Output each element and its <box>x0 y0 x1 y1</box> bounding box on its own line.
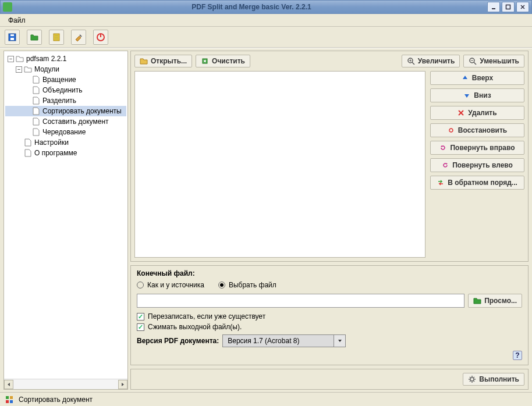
select-value: Версия 1.7 (Acrobat 8) <box>223 337 334 345</box>
button-label: В обратном поряд... <box>448 179 517 187</box>
chevron-down-icon[interactable] <box>334 335 345 347</box>
tree-item-merge[interactable]: Объединить <box>5 85 126 95</box>
status-bar: Сортировать документ <box>0 392 532 406</box>
rotate-left-icon <box>442 162 449 169</box>
menu-file[interactable]: Файл <box>3 15 30 26</box>
top-actions: Открыть... Очистить Увеличить Уменьшить <box>134 55 524 67</box>
tree: − pdfsam 2.2.1 − Модули Вращение Объедин… <box>4 51 127 379</box>
radio-choose-file[interactable]: Выбрать файл <box>218 281 276 289</box>
main-area: − pdfsam 2.2.1 − Модули Вращение Объедин… <box>0 48 532 392</box>
tree-label: Сортировать документы <box>42 107 122 115</box>
maximize-button[interactable] <box>502 2 515 12</box>
destination-panel: Конечный файл: Как и у источника Выбрать… <box>130 265 529 365</box>
collapse-icon[interactable]: − <box>16 66 22 73</box>
help-button[interactable]: ? <box>513 351 522 360</box>
checkbox-label: Перезаписать, если уже существует <box>148 312 265 320</box>
rotate-right-button[interactable]: Повернуть вправо <box>430 141 524 155</box>
run-panel: Выполнить <box>130 369 529 390</box>
page-icon <box>32 76 40 84</box>
close-button[interactable] <box>516 2 529 12</box>
toolbar-exit-button[interactable] <box>93 30 108 45</box>
zoom-out-button[interactable]: Уменьшить <box>463 55 524 67</box>
zoom-in-icon <box>407 57 415 65</box>
scroll-track[interactable] <box>13 380 118 389</box>
delete-button[interactable]: Удалить <box>430 106 524 120</box>
move-down-button[interactable]: Вниз <box>430 88 524 102</box>
toolbar-clear-button[interactable] <box>71 30 86 45</box>
svg-rect-38 <box>10 400 13 403</box>
reverse-icon <box>437 179 444 186</box>
tree-item-sort[interactable]: Сортировать документы <box>5 106 126 116</box>
toolbar-save-button[interactable] <box>5 30 20 45</box>
svg-line-11 <box>80 35 81 37</box>
button-label: Увеличить <box>418 57 455 65</box>
clear-button[interactable]: Очистить <box>196 55 250 67</box>
destination-radio-group: Как и у источника Выбрать файл <box>137 281 522 289</box>
output-path-input[interactable] <box>137 294 464 308</box>
rotate-left-button[interactable]: Повернуть влево <box>430 158 524 172</box>
svg-point-26 <box>470 377 474 381</box>
scroll-left-icon[interactable] <box>4 380 13 389</box>
page-canvas[interactable] <box>134 71 425 258</box>
reverse-button[interactable]: В обратном поряд... <box>430 176 524 190</box>
toolbar-open-button[interactable] <box>27 30 42 45</box>
tree-root[interactable]: − pdfsam 2.2.1 <box>5 54 126 64</box>
toolbar <box>0 27 532 48</box>
sidebar-scrollbar[interactable] <box>4 379 127 389</box>
button-label: Удалить <box>468 109 496 117</box>
path-row: Просмо... <box>137 294 522 308</box>
tree-label: Составить документ <box>42 117 109 126</box>
svg-line-33 <box>470 381 470 382</box>
tree-item-rotate[interactable]: Вращение <box>5 74 126 85</box>
tree-item-alternate[interactable]: Чередование <box>5 127 126 137</box>
run-button[interactable]: Выполнить <box>463 373 524 386</box>
tree-label: pdfsam 2.2.1 <box>26 55 66 63</box>
title-bar: PDF Split and Merge basic Ver. 2.2.1 <box>0 0 532 14</box>
checkbox-overwrite[interactable]: Перезаписать, если уже существует <box>137 312 522 320</box>
svg-rect-5 <box>10 38 14 40</box>
tree-item-settings[interactable]: Настройки <box>5 137 126 148</box>
page-icon <box>32 117 40 126</box>
toolbar-log-button[interactable] <box>49 30 64 45</box>
radio-same-source[interactable]: Как и у источника <box>137 281 204 289</box>
page-icon <box>24 149 32 157</box>
radio-icon <box>218 282 225 289</box>
tree-item-compose[interactable]: Составить документ <box>5 116 126 127</box>
scroll-right-icon[interactable] <box>118 380 127 389</box>
tree-item-split[interactable]: Разделить <box>5 95 126 106</box>
button-label: Открыть... <box>151 57 187 65</box>
browse-button[interactable]: Просмо... <box>468 294 522 308</box>
folder-icon <box>473 297 481 305</box>
version-select[interactable]: Версия 1.7 (Acrobat 8) <box>222 334 346 347</box>
version-row: Версия PDF документа: Версия 1.7 (Acroba… <box>137 334 522 347</box>
checkbox-compress[interactable]: Сжимать выходной файл(ы). <box>137 323 522 331</box>
window-title: PDF Split and Merge basic Ver. 2.2.1 <box>16 3 487 11</box>
page-icon <box>32 97 40 105</box>
button-label: Просмо... <box>484 297 517 305</box>
work-layout: Вверх Вниз Удалить Восстановить Повернут… <box>134 71 524 258</box>
open-button[interactable]: Открыть... <box>134 55 192 67</box>
svg-rect-1 <box>506 5 510 9</box>
tree-item-about[interactable]: О программе <box>5 148 126 158</box>
page-icon <box>24 138 32 147</box>
move-up-button[interactable]: Вверх <box>430 71 524 85</box>
tree-label: Чередование <box>42 128 86 136</box>
checkbox-icon <box>137 323 144 331</box>
tree-label: Настройки <box>34 138 69 147</box>
button-label: Повернуть влево <box>452 161 513 169</box>
page-icon <box>32 107 40 115</box>
tree-label: О программе <box>34 149 77 157</box>
page-icon <box>32 86 40 94</box>
zoom-in-button[interactable]: Увеличить <box>402 55 460 67</box>
restore-button[interactable]: Восстановить <box>430 123 524 137</box>
tree-modules[interactable]: − Модули <box>5 64 126 74</box>
minimize-button[interactable] <box>487 2 500 12</box>
arrow-down-icon <box>463 92 470 99</box>
radio-icon <box>137 282 144 289</box>
version-label: Версия PDF документа: <box>137 337 219 345</box>
gear-icon <box>468 375 476 383</box>
collapse-icon[interactable]: − <box>8 56 14 62</box>
svg-line-32 <box>474 381 474 382</box>
zoom-out-icon <box>469 57 477 65</box>
menu-bar: Файл <box>0 14 532 27</box>
